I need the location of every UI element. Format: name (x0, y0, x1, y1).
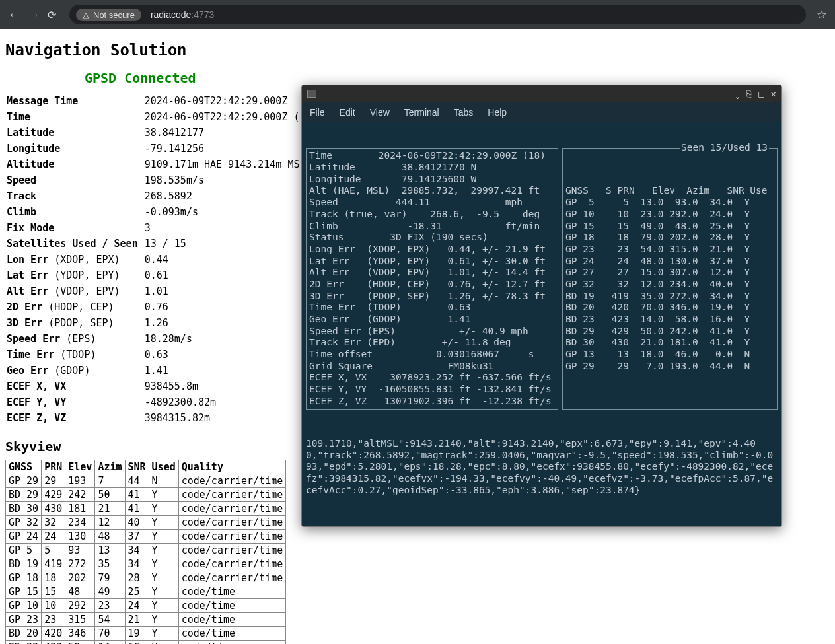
skyview-cell: GP 5 (6, 544, 42, 557)
nav-value-1: 0.44 (145, 252, 323, 267)
terminal-window[interactable]: ˬ ⎘ □ ✕ File Edit View Terminal Tabs Hel… (301, 85, 782, 527)
skyview-cell: 54 (95, 613, 125, 627)
nav-label: Geo Err (7, 365, 48, 376)
url-port: :4773 (191, 9, 214, 20)
restore-down-icon[interactable]: ⎘ (746, 89, 752, 99)
nav-label: Track (7, 190, 36, 202)
terminal-right-panel: Seen 15/Used 13 GNSS S PRN Elev Azim SNR… (562, 148, 778, 409)
nav-label-sub: (EPS) (60, 333, 96, 345)
nav-value-1: 938455.8m (145, 379, 323, 394)
skyview-cell: 23 (95, 599, 125, 613)
skyview-cell: Y (149, 544, 178, 557)
skyview-cell: 58 (65, 641, 95, 645)
nav-label: Time (7, 111, 30, 123)
skyview-cell: 14 (95, 641, 125, 645)
skyview-cell: 41 (125, 488, 149, 502)
terminal-body[interactable]: Time 2024-06-09T22:42:29.000Z (18) Latit… (302, 122, 781, 526)
menu-tabs[interactable]: Tabs (454, 107, 474, 118)
skyview-cell: 93 (65, 544, 95, 557)
reload-button[interactable]: ⟳ (48, 9, 56, 21)
nav-label: ECEF Z, VZ (7, 412, 66, 424)
json-stream-output: 109.1710,"altMSL":9143.2140,"alt":9143.2… (306, 438, 778, 496)
nav-value-1: 1.26 (145, 316, 323, 330)
skyview-row: GP 55931334Ycode/carrier/time (6, 544, 286, 557)
skyview-cell: 25 (125, 585, 149, 599)
skyview-cell: 181 (65, 502, 95, 516)
nav-value-1: 2024-06-09T22:42:29.000Z (18) (145, 110, 323, 124)
skyview-row: BD 194192723534Ycode/carrier/time (6, 557, 286, 571)
nav-label: Latitude (7, 127, 54, 139)
skyview-cell: Y (149, 599, 178, 613)
nav-label-sub: (GDOP) (48, 365, 90, 376)
skyview-row: GP 10102922324Ycode/time (6, 599, 286, 613)
nav-label: Lat Err (7, 269, 48, 281)
skyview-cell: 35 (95, 557, 125, 571)
nav-arrows: ← → ⟳ (8, 8, 56, 22)
url-host: radiacode (151, 9, 192, 20)
nav-label-sub: (TDOP) (54, 349, 96, 361)
skyview-cell: 48 (65, 585, 95, 599)
skyview-cell: GP 10 (6, 599, 42, 613)
skyview-cell: 37 (125, 530, 149, 544)
skyview-cell: code/time (178, 627, 286, 641)
address-bar[interactable]: △ Not secure radiacode :4773 (69, 5, 806, 24)
minimize-icon[interactable]: ˬ (735, 89, 740, 99)
nav-value-1: -79.141256 (145, 141, 323, 156)
skyview-row: GP 18182027928Ycode/carrier/time (6, 571, 286, 585)
nav-label: Speed Err (7, 333, 60, 345)
maximize-icon[interactable]: □ (758, 89, 764, 99)
skyview-table: GNSSPRNElevAzimSNRUsedQuality GP 2929193… (5, 460, 286, 644)
skyview-cell: 292 (65, 599, 95, 613)
skyview-cell: 41 (125, 502, 149, 516)
skyview-row: BD 204203467019Ycode/time (6, 627, 286, 641)
nav-label: 3D Err (7, 317, 42, 329)
nav-label: Altitude (7, 159, 54, 170)
skyview-cell: Y (149, 502, 178, 516)
nav-value-1: 2024-06-09T22:42:29.000Z (145, 94, 323, 108)
menu-edit[interactable]: Edit (340, 107, 355, 118)
nav-label: Alt Err (7, 285, 48, 297)
skyview-cell: Y (149, 516, 178, 530)
skyview-cell: 272 (65, 557, 95, 571)
skyview-cell: GP 18 (6, 571, 42, 585)
skyview-cell: 423 (42, 641, 65, 645)
skyview-cell: 40 (125, 516, 149, 530)
nav-label-sub: (VDOP, EPV) (48, 285, 120, 297)
skyview-cell: 234 (65, 516, 95, 530)
nav-value-1: 198.535m/s (145, 173, 323, 188)
skyview-cell: 34 (125, 544, 149, 557)
skyview-cell: code/carrier/time (178, 474, 286, 488)
skyview-cell: Y (149, 613, 178, 627)
terminal-menubar: File Edit View Terminal Tabs Help (302, 102, 781, 122)
skyview-cell: 19 (125, 627, 149, 641)
menu-view[interactable]: View (370, 107, 390, 118)
terminal-titlebar[interactable]: ˬ ⎘ □ ✕ (302, 85, 781, 102)
menu-terminal[interactable]: Terminal (404, 107, 439, 118)
skyview-row: GP 24241304837Ycode/carrier/time (6, 530, 286, 544)
page-content: Navigation Solution GPSD Connected Messa… (0, 29, 835, 644)
skyview-cell: 193 (65, 474, 95, 488)
skyview-cell: BD 19 (6, 557, 42, 571)
skyview-cell: N (149, 474, 178, 488)
skyview-cell: 346 (65, 627, 95, 641)
close-icon[interactable]: ✕ (771, 89, 776, 99)
forward-button[interactable]: → (28, 8, 40, 22)
menu-file[interactable]: File (310, 107, 325, 118)
skyview-cell: BD 20 (6, 627, 42, 641)
skyview-cell: 23 (42, 613, 65, 627)
not-secure-badge[interactable]: △ Not secure (76, 9, 141, 21)
skyview-cell: 130 (65, 530, 95, 544)
skyview-cell: Y (149, 585, 178, 599)
nav-value-1: 0.76 (145, 300, 323, 314)
nav-value-1: 0.61 (145, 268, 323, 283)
nav-label: Lon Err (7, 254, 48, 266)
menu-help[interactable]: Help (488, 107, 507, 118)
back-button[interactable]: ← (8, 8, 20, 22)
not-secure-text: Not secure (93, 10, 135, 20)
nav-value-1: 38.8412177 (145, 125, 323, 140)
nav-value-1: -4892300.82m (145, 395, 323, 410)
skyview-cell: code/carrier/time (178, 516, 286, 530)
bookmark-star-icon[interactable]: ☆ (817, 7, 827, 22)
skyview-cell: 429 (42, 488, 65, 502)
skyview-cell: BD 29 (6, 488, 42, 502)
